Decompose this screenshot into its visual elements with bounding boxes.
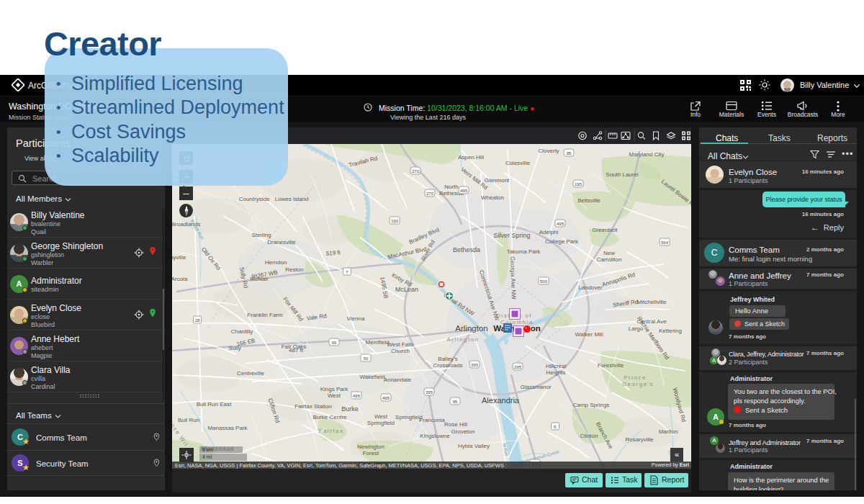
svg-text:395: 395 bbox=[471, 363, 479, 367]
svg-text:Vienna: Vienna bbox=[347, 315, 365, 322]
svg-text:Aspen Hill: Aspen Hill bbox=[458, 154, 484, 161]
svg-text:Beltsville: Beltsville bbox=[577, 197, 600, 204]
svg-text:Newington: Newington bbox=[357, 444, 384, 450]
svg-text:Herndon: Herndon bbox=[265, 259, 287, 266]
svg-text:Wakefield: Wakefield bbox=[360, 374, 385, 380]
svg-text:Forest: Forest bbox=[363, 450, 379, 456]
svg-text:Cloverly: Cloverly bbox=[539, 148, 559, 154]
svg-text:Arcola: Arcola bbox=[172, 276, 188, 282]
svg-text:College Park: College Park bbox=[545, 238, 579, 245]
svg-text:190: 190 bbox=[391, 219, 399, 223]
svg-text:Clinton: Clinton bbox=[580, 433, 598, 439]
svg-text:Springfield: Springfield bbox=[367, 420, 395, 426]
svg-text:495: 495 bbox=[460, 189, 468, 193]
svg-text:270: 270 bbox=[426, 192, 434, 196]
svg-text:Fairfax Station: Fairfax Station bbox=[294, 403, 332, 410]
svg-text:McLean: McLean bbox=[395, 286, 418, 293]
svg-text:Carrollton: Carrollton bbox=[597, 256, 622, 263]
svg-text:Countryside: Countryside bbox=[239, 196, 270, 202]
svg-text:519 ft: 519 ft bbox=[326, 249, 341, 256]
svg-text:495: 495 bbox=[353, 394, 361, 398]
svg-text:295: 295 bbox=[514, 365, 522, 369]
svg-text:28: 28 bbox=[195, 318, 200, 323]
svg-text:Landover: Landover bbox=[578, 284, 603, 291]
svg-text:270: 270 bbox=[412, 169, 420, 174]
svg-text:95: 95 bbox=[453, 400, 458, 404]
svg-text:Sterling: Sterling bbox=[251, 232, 271, 238]
svg-text:Heights: Heights bbox=[546, 369, 565, 376]
svg-text:Camp Springs: Camp Springs bbox=[573, 402, 610, 408]
svg-text:495: 495 bbox=[382, 396, 390, 400]
svg-text:Kings Park: Kings Park bbox=[320, 386, 349, 392]
svg-text:North: North bbox=[444, 184, 459, 190]
svg-text:Burke: Burke bbox=[341, 405, 359, 413]
svg-text:Alexandria: Alexandria bbox=[482, 396, 520, 405]
svg-text:Lowes Island: Lowes Island bbox=[275, 196, 309, 202]
svg-text:Church: Church bbox=[391, 348, 410, 354]
svg-text:Prince: Prince bbox=[624, 374, 647, 381]
svg-text:Adelphi: Adelphi bbox=[539, 229, 559, 235]
svg-text:Maryland City: Maryland City bbox=[629, 151, 665, 158]
svg-text:Mitchellville: Mitchellville bbox=[637, 299, 667, 305]
svg-text:487 ft: 487 ft bbox=[289, 347, 304, 354]
svg-text:Bailey's: Bailey's bbox=[438, 356, 457, 362]
svg-text:Annandale: Annandale bbox=[384, 377, 412, 383]
svg-text:395: 395 bbox=[426, 390, 433, 395]
svg-text:Reston: Reston bbox=[285, 266, 303, 273]
svg-text:West Falls: West Falls bbox=[387, 341, 413, 348]
svg-text:Franklin Farm: Franklin Farm bbox=[247, 312, 283, 318]
svg-text:Hillcrest: Hillcrest bbox=[546, 363, 567, 369]
svg-text:500: 500 bbox=[540, 279, 548, 284]
svg-text:Groveton: Groveton bbox=[451, 428, 475, 435]
svg-text:Bull Run: Bull Run bbox=[178, 417, 199, 423]
svg-text:Chantilly: Chantilly bbox=[231, 328, 253, 335]
svg-text:Bethesda: Bethesda bbox=[453, 246, 480, 253]
svg-text:Kettering: Kettering bbox=[659, 328, 682, 334]
svg-text:Centreville: Centreville bbox=[237, 370, 264, 377]
svg-text:Colesville: Colesville bbox=[505, 160, 531, 166]
svg-text:Marlton: Marlton bbox=[659, 428, 678, 435]
svg-text:Wheaton: Wheaton bbox=[481, 194, 504, 201]
svg-text:Walker Mill: Walker Mill bbox=[575, 331, 603, 338]
svg-text:Dranesville: Dranesville bbox=[267, 239, 296, 246]
svg-text:Rosaryville: Rosaryville bbox=[625, 436, 654, 443]
svg-text:Fairfax: Fairfax bbox=[319, 428, 344, 434]
svg-text:Rose Hill: Rose Hill bbox=[444, 421, 467, 428]
svg-text:195: 195 bbox=[575, 182, 582, 186]
svg-text:Franconia: Franconia bbox=[419, 417, 445, 423]
svg-text:Manassas Park: Manassas Park bbox=[207, 425, 248, 431]
svg-text:95: 95 bbox=[567, 151, 572, 156]
svg-text:West: West bbox=[374, 413, 388, 420]
svg-text:George's: George's bbox=[622, 381, 654, 387]
svg-text:Bull Run East: Bull Run East bbox=[197, 401, 232, 408]
svg-text:Glenmont: Glenmont bbox=[485, 177, 510, 184]
svg-text:50: 50 bbox=[364, 356, 369, 361]
svg-text:New: New bbox=[603, 250, 615, 256]
svg-text:Silver Spring: Silver Spring bbox=[493, 232, 530, 239]
svg-text:Merrifield: Merrifield bbox=[366, 339, 390, 346]
svg-text:Glassmanor: Glassmanor bbox=[520, 384, 551, 390]
svg-text:Arlington: Arlington bbox=[455, 324, 487, 333]
svg-text:Arlington: Arlington bbox=[446, 336, 479, 343]
svg-text:Greenbelt: Greenbelt bbox=[592, 227, 618, 233]
svg-text:Crossroads: Crossroads bbox=[433, 362, 463, 369]
svg-text:66: 66 bbox=[332, 341, 337, 345]
svg-text:South Laurel: South Laurel bbox=[606, 171, 639, 178]
svg-text:Burke Centre: Burke Centre bbox=[312, 414, 347, 420]
svg-text:Hybla Valley: Hybla Valley bbox=[458, 443, 490, 449]
svg-text:495: 495 bbox=[557, 222, 564, 226]
svg-text:oyville: oyville bbox=[172, 254, 186, 261]
svg-text:West: West bbox=[328, 392, 341, 399]
svg-text:Kingstowne: Kingstowne bbox=[420, 433, 450, 439]
svg-text:Takoma Park: Takoma Park bbox=[507, 248, 541, 255]
svg-text:Forestville: Forestville bbox=[598, 362, 624, 369]
svg-text:564: 564 bbox=[661, 240, 669, 245]
